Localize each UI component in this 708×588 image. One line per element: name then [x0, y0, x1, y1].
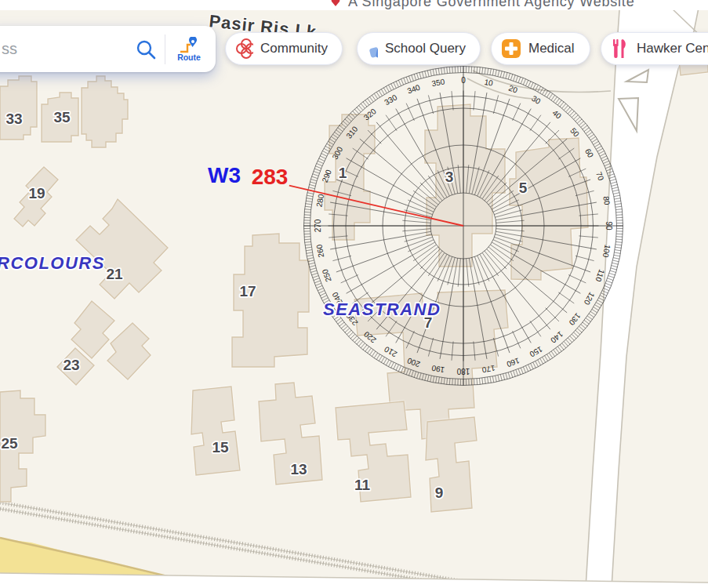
- hawker-cutlery-icon: [611, 38, 630, 60]
- building-label: 19: [28, 185, 45, 201]
- bearing-origin-label: W3: [208, 163, 241, 187]
- compass-degree-label: 50: [568, 126, 581, 139]
- search-panel: ss Route: [0, 26, 216, 72]
- compass-degree-label: 60: [583, 147, 595, 160]
- building-label: 13: [290, 461, 307, 477]
- compass-degree-label: 160: [505, 356, 521, 368]
- compass-degree-label: 30: [530, 94, 543, 106]
- compass-degree-label: 210: [383, 344, 398, 358]
- compass-degree-label: 40: [550, 108, 563, 121]
- compass-degree-label: 270: [314, 219, 322, 232]
- building-label: 17: [239, 283, 256, 299]
- building-label: 33: [5, 111, 22, 127]
- compass-degree-label: 120: [582, 291, 596, 307]
- compass-degree-label: 340: [406, 83, 422, 96]
- category-button-label: Community: [260, 41, 328, 56]
- compass-degree-label: 90: [605, 221, 613, 230]
- map-canvas[interactable]: 0102030405060708090100110120130140150160…: [0, 0, 708, 588]
- category-button-school-query[interactable]: School Query: [357, 32, 481, 65]
- building-label: 1: [339, 165, 347, 181]
- building-label: 7: [424, 314, 433, 331]
- building-label: 9: [435, 485, 444, 501]
- community-rings-icon: [235, 38, 253, 60]
- compass-degree-label: 10: [484, 78, 494, 88]
- medical-cross-icon: [501, 38, 521, 59]
- compass-degree-label: 70: [594, 170, 605, 182]
- building-label: 21: [106, 266, 123, 282]
- compass-degree-label: 250: [321, 267, 333, 283]
- compass-degree-label: 180: [456, 367, 470, 376]
- search-divider: [165, 34, 165, 64]
- compass-degree-label: 20: [507, 84, 519, 95]
- category-button-label: Hawker Cent: [637, 41, 708, 56]
- route-button-label: Route: [177, 53, 201, 62]
- road-right: [586, 0, 706, 588]
- compass-degree-label: 350: [431, 77, 446, 88]
- bearing-value-label: 283: [252, 165, 289, 189]
- building-label: 3: [445, 169, 454, 185]
- search-icon: [135, 38, 157, 60]
- gov-banner-text: A Singapore Government Agency Website: [348, 0, 634, 10]
- compass-degree-label: 290: [321, 168, 333, 183]
- compass-degree-label: 280: [314, 193, 325, 208]
- compass-degree-label: 100: [601, 244, 612, 259]
- category-button-hawker-centres[interactable]: Hawker Cent: [601, 32, 708, 65]
- building-label: 15: [212, 439, 229, 456]
- compass-degree-label: 150: [528, 345, 543, 359]
- category-button-label: Medical: [528, 41, 575, 56]
- gov-banner: A Singapore Government Agency Website: [0, 0, 708, 10]
- school-query-icon: [367, 38, 378, 60]
- building-label: 35: [53, 109, 71, 125]
- lion-crest-icon: [329, 0, 342, 9]
- building-label: 5: [519, 180, 528, 196]
- building-label: 11: [354, 477, 371, 493]
- compass-degree-label: 0: [461, 76, 466, 85]
- compass-degree-label: 330: [383, 93, 398, 107]
- category-button-label: School Query: [385, 41, 466, 56]
- estate-label-watercolours: RCOLOURS: [0, 253, 105, 273]
- building-label: 23: [63, 357, 79, 373]
- search-input[interactable]: ss: [2, 40, 130, 58]
- route-button[interactable]: Route: [169, 37, 216, 62]
- compass-degree-label: 260: [314, 244, 325, 259]
- category-button-community[interactable]: Community: [225, 32, 343, 65]
- building-label: 25: [1, 435, 18, 452]
- category-button-medical[interactable]: Medical: [491, 32, 590, 65]
- search-button[interactable]: [130, 38, 162, 60]
- route-icon: [178, 37, 200, 54]
